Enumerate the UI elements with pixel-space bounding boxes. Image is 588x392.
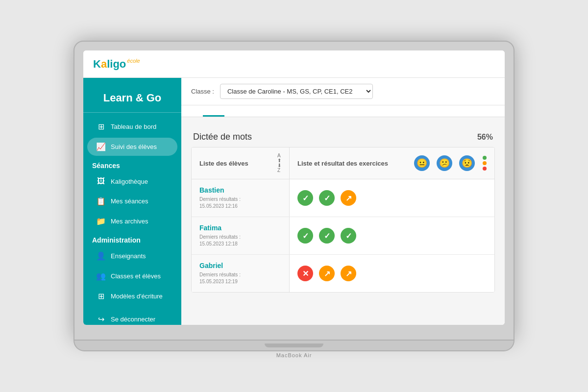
student-name-gabriel[interactable]: Gabriel xyxy=(199,262,281,270)
sidebar-item-logout[interactable]: ↪ Se déconnecter xyxy=(87,310,177,325)
exercise-table: Liste des élèves A ⬆ ⬇ Z Liste xyxy=(191,147,495,293)
status-dots xyxy=(483,156,487,171)
sidebar-label-kaliotheque: Kaligothèque xyxy=(111,178,148,185)
student-info-gabriel: Gabriel Derniers résultats : 15.05.2023 … xyxy=(192,255,290,292)
teachers-icon: 👤 xyxy=(96,251,106,261)
result-check-1: ✓ xyxy=(297,190,313,206)
result-trending-2: ↗ xyxy=(319,266,335,281)
classe-select[interactable]: Classe de Caroline - MS, GS, CP, CE1, CE… xyxy=(220,84,373,99)
table-row: Fatima Derniers résultats : 15.05.2023 1… xyxy=(192,217,494,255)
dot-green xyxy=(483,156,487,160)
laptop-notch xyxy=(265,343,323,347)
result-trending-3: ↗ xyxy=(341,266,356,281)
logo-ecole: école xyxy=(127,58,140,64)
result-check-4: ✓ xyxy=(319,228,335,244)
student-name-bastien[interactable]: Bastien xyxy=(199,186,281,194)
sidebar-item-mes-archives[interactable]: 📁 Mes archives xyxy=(87,212,177,230)
sidebar-label-suivi: Suivi des élèves xyxy=(111,143,157,150)
app-body: Learn & Go ⊞ Tableau de bord 📈 Suivi des… xyxy=(83,78,505,325)
student-info-fatima: Fatima Derniers résultats : 15.05.2023 1… xyxy=(192,217,290,254)
sidebar-item-mes-seances[interactable]: 📋 Mes séances xyxy=(87,192,177,210)
sidebar-label-tableau: Tableau de bord xyxy=(111,123,156,130)
sidebar-label-classes: Classes et élèves xyxy=(111,272,161,280)
exercise-results-fatima: ✓ ✓ ✓ xyxy=(290,217,494,254)
result-check-5: ✓ xyxy=(341,228,356,244)
seances-icon: 📋 xyxy=(96,196,106,206)
section-title-admin: Administration xyxy=(83,231,181,246)
student-date-gabriel: Derniers résultats : 15.05.2023 12:19 xyxy=(199,271,281,285)
classe-bar: Classe : Classe de Caroline - MS, GS, CP… xyxy=(181,78,505,105)
exercise-results-gabriel: ✕ ↗ ↗ xyxy=(290,255,494,292)
sidebar-label-logout: Se déconnecter xyxy=(111,316,155,323)
sort-za-icon: Z xyxy=(277,168,281,173)
student-date-bastien: Derniers résultats : 15.05.2023 12:16 xyxy=(199,196,281,210)
table-row: Gabriel Derniers résultats : 15.05.2023 … xyxy=(192,255,494,292)
sidebar-item-modeles-ecriture[interactable]: ⊞ Modèles d'écriture xyxy=(87,287,177,305)
table-row: Bastien Derniers résultats : 15.05.2023 … xyxy=(192,179,494,217)
logo-text: Kaligo xyxy=(93,58,126,71)
sidebar-label-modeles: Modèles d'écriture xyxy=(111,293,163,300)
section-title: Dictée de mots xyxy=(193,132,252,142)
result-check-3: ✓ xyxy=(297,228,313,244)
table-header: Liste des élèves A ⬆ ⬇ Z Liste xyxy=(192,147,494,179)
dot-red xyxy=(483,167,487,171)
laptop-wrapper: Kaligo école Learn & Go ⊞ Tableau de bor… xyxy=(74,41,514,351)
result-check-2: ✓ xyxy=(319,190,335,206)
tab-1[interactable] xyxy=(181,105,203,117)
macbook-label: MacBook Air xyxy=(276,352,312,358)
laptop-screen: Kaligo école Learn & Go ⊞ Tableau de bor… xyxy=(74,41,514,341)
section-header: Dictée de mots 56% xyxy=(191,125,495,147)
result-trending-1: ↗ xyxy=(341,190,356,206)
classe-label: Classe : xyxy=(191,88,214,95)
col-exercises-header: Liste et résultat des exercices 😐 😕 😟 xyxy=(290,147,494,179)
section-title-seances: Séances xyxy=(83,157,181,172)
col-students-header: Liste des élèves A ⬆ ⬇ Z xyxy=(192,147,290,179)
student-name-fatima[interactable]: Fatima xyxy=(199,224,281,232)
gallery-icon: 🖼 xyxy=(96,177,106,186)
tab-strip xyxy=(181,105,505,117)
screen-inner: Kaligo école Learn & Go ⊞ Tableau de bor… xyxy=(83,50,505,325)
top-bar: Kaligo école xyxy=(83,50,505,78)
logo-area: Kaligo école xyxy=(93,58,140,71)
dashboard-icon: ⊞ xyxy=(96,122,106,131)
laptop-base xyxy=(74,341,514,351)
student-info-bastien: Bastien Derniers résultats : 15.05.2023 … xyxy=(192,179,290,217)
emoji-1: 😐 xyxy=(414,155,430,171)
classes-icon: 👥 xyxy=(96,271,106,281)
students-col-label: Liste des élèves xyxy=(199,160,248,167)
sidebar-title: Learn & Go xyxy=(83,78,181,113)
content-area: Dictée de mots 56% Liste des élèves A xyxy=(181,125,505,302)
modeles-icon: ⊞ xyxy=(96,292,106,301)
section-percent: 56% xyxy=(477,133,493,142)
student-date-fatima: Derniers résultats : 15.05.2023 12:18 xyxy=(199,234,281,247)
sidebar-item-suivi-des-eleves[interactable]: 📈 Suivi des élèves xyxy=(87,138,177,156)
sort-arrows[interactable]: A ⬆ ⬇ Z xyxy=(277,153,281,173)
exercises-col-label: Liste et résultat des exercices xyxy=(297,160,388,167)
sidebar-item-kaliotheque[interactable]: 🖼 Kaligothèque xyxy=(87,172,177,190)
tab-2[interactable] xyxy=(203,105,224,117)
archives-icon: 📁 xyxy=(96,217,106,226)
sidebar-item-tableau-de-bord[interactable]: ⊞ Tableau de bord xyxy=(87,118,177,136)
sidebar-label-enseignants: Enseignants xyxy=(111,252,146,260)
dot-orange xyxy=(483,161,487,165)
sidebar-item-classes-eleves[interactable]: 👥 Classes et élèves xyxy=(87,267,177,285)
exercise-emoji-indicators: 😐 😕 😟 xyxy=(414,155,475,171)
main-content: Classe : Classe de Caroline - MS, GS, CP… xyxy=(181,78,505,325)
result-x-1: ✕ xyxy=(297,266,313,281)
sidebar-item-enseignants[interactable]: 👤 Enseignants xyxy=(87,247,177,265)
logout-icon: ↪ xyxy=(96,315,106,324)
emoji-2: 😕 xyxy=(437,155,452,171)
sidebar-label-seances: Mes séances xyxy=(111,197,148,205)
tracking-icon: 📈 xyxy=(96,142,106,151)
emoji-3: 😟 xyxy=(459,155,475,171)
sidebar-label-archives: Mes archives xyxy=(111,218,148,225)
sidebar: Learn & Go ⊞ Tableau de bord 📈 Suivi des… xyxy=(83,78,181,325)
exercise-results-bastien: ✓ ✓ ↗ xyxy=(290,179,494,217)
